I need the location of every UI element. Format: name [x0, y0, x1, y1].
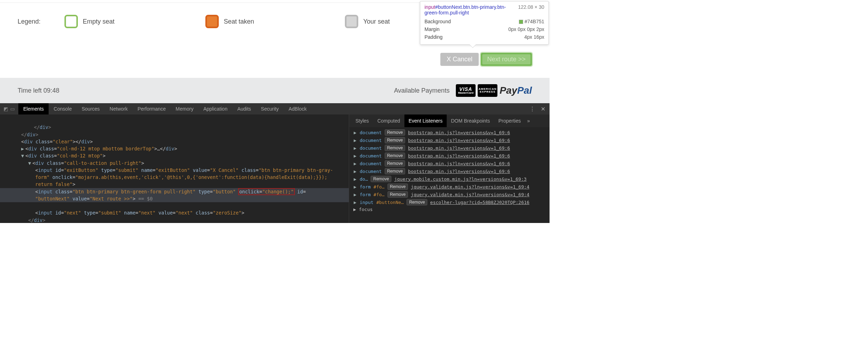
- legend-label: Legend:: [18, 18, 41, 25]
- caret-right-icon: ▶: [353, 161, 357, 166]
- listener-source-link[interactable]: bootstrap.min.js?ln=versions&v=1_69:6: [408, 145, 510, 151]
- caret-right-icon: ▶: [353, 184, 357, 190]
- remove-listener-button[interactable]: Remove: [385, 153, 405, 159]
- devtools-close-icon[interactable]: ✕: [541, 106, 545, 112]
- listener-source-link[interactable]: bootstrap.min.js?ln=versions&v=1_69:6: [408, 138, 510, 143]
- caret-right-icon: ▶: [353, 192, 357, 197]
- listener-row[interactable]: ▶documentRemovebootstrap.min.js?ln=versi…: [353, 160, 546, 167]
- caret-right-icon: ▶: [353, 138, 357, 143]
- tab-memory[interactable]: Memory: [171, 103, 199, 114]
- tab-security[interactable]: Security: [256, 103, 284, 114]
- legend-item-label: Empty seat: [83, 18, 114, 25]
- listener-row[interactable]: ▶documentRemovebootstrap.min.js?ln=versi…: [353, 167, 546, 175]
- side-tab-computed[interactable]: Computed: [373, 114, 404, 127]
- tab-network[interactable]: Network: [105, 103, 132, 114]
- tab-audits[interactable]: Audits: [232, 103, 256, 114]
- listener-row[interactable]: ▶do…Removejquery.mobile.custom.min.js?ln…: [353, 175, 546, 183]
- listener-target: input: [360, 200, 373, 205]
- devtools-tabbar: ◩ ▭ Elements Console Sources Network Per…: [0, 103, 550, 114]
- listener-source-link[interactable]: escolher-lugar?cid=58B8ZJ020TQP:2616: [430, 200, 529, 205]
- footer-bar: Time left 09:48 Available Payments VISA …: [0, 78, 550, 103]
- listener-source-link[interactable]: bootstrap.min.js?ln=versions&v=1_69:6: [408, 161, 510, 166]
- highlighted-onclick: onclick="change();": [238, 188, 294, 195]
- listener-source-link[interactable]: bootstrap.min.js?ln=versions&v=1_69:6: [408, 130, 510, 135]
- devtools-menu-icon[interactable]: ⋮: [529, 106, 535, 112]
- listener-row[interactable]: ▶documentRemovebootstrap.min.js?ln=versi…: [353, 136, 546, 144]
- caret-right-icon: ▶: [353, 207, 356, 212]
- listener-target: document: [360, 161, 382, 166]
- color-swatch-icon: [519, 20, 523, 24]
- listener-event-group[interactable]: ▶ focus: [353, 206, 546, 212]
- tab-application[interactable]: Application: [198, 103, 232, 114]
- remove-listener-button[interactable]: Remove: [385, 160, 405, 167]
- toggle-device-icon[interactable]: ▭: [10, 106, 15, 112]
- remove-listener-button[interactable]: Remove: [385, 129, 405, 136]
- listener-source-link[interactable]: jquery.validate.min.js?ln=versions&v=1_6…: [411, 192, 529, 197]
- side-tab-properties[interactable]: Properties: [494, 114, 525, 127]
- listener-source-link[interactable]: bootstrap.min.js?ln=versions&v=1_69:6: [408, 153, 510, 159]
- listener-target: form: [360, 192, 371, 197]
- listener-row[interactable]: ▶form#fo…Removejquery.validate.min.js?ln…: [353, 191, 546, 198]
- event-listeners-list[interactable]: ▶documentRemovebootstrap.min.js?ln=versi…: [349, 127, 550, 223]
- remove-listener-button[interactable]: Remove: [407, 199, 427, 205]
- listener-target: document: [360, 145, 382, 151]
- listener-row[interactable]: ▶input#buttonNe…Removeescolher-lugar?cid…: [353, 198, 546, 206]
- side-tabs-overflow-icon[interactable]: »: [525, 114, 532, 127]
- caret-right-icon: ▶: [353, 153, 357, 159]
- listener-row[interactable]: ▶documentRemovebootstrap.min.js?ln=versi…: [353, 129, 546, 136]
- cancel-button[interactable]: X Cancel: [440, 53, 479, 66]
- inspect-row-value: #74B751: [475, 18, 544, 25]
- listener-target: do…: [360, 176, 368, 182]
- selected-dom-node[interactable]: <input class="btn btn-primary btn-green-…: [0, 188, 349, 203]
- tab-sources[interactable]: Sources: [77, 103, 105, 114]
- inspect-row-label: Padding: [424, 33, 475, 41]
- listener-source-link[interactable]: bootstrap.min.js?ln=versions&v=1_69:6: [408, 169, 510, 174]
- caret-right-icon: ▶: [353, 200, 357, 205]
- available-payments-label: Available Payments: [394, 87, 450, 94]
- inspect-dimensions: 122.08 × 30: [518, 4, 544, 15]
- caret-right-icon: ▶: [353, 145, 357, 151]
- inspect-tooltip: input#buttonNext.btn.btn-primary.btn-gre…: [420, 1, 549, 45]
- listener-target: form: [360, 184, 371, 190]
- side-tab-styles[interactable]: Styles: [351, 114, 373, 127]
- inspect-row-value: 4px 16px: [475, 33, 544, 41]
- your-seat-icon: [345, 15, 358, 28]
- remove-listener-button[interactable]: Remove: [385, 168, 405, 174]
- listener-row[interactable]: ▶documentRemovebootstrap.min.js?ln=versi…: [353, 152, 546, 160]
- listener-id: #fo…: [373, 192, 384, 197]
- visa-mastercard-icon: VISA MasterCard: [456, 84, 476, 97]
- remove-listener-button[interactable]: Remove: [371, 176, 391, 182]
- tab-performance[interactable]: Performance: [132, 103, 170, 114]
- inspect-row-label: Margin: [424, 25, 475, 33]
- inspect-row-value: 0px 0px 0px 2px: [475, 25, 544, 33]
- legend-item-label: Your seat: [363, 18, 390, 25]
- devtools-panel: ◩ ▭ Elements Console Sources Network Per…: [0, 103, 550, 223]
- listener-row[interactable]: ▶documentRemovebootstrap.min.js?ln=versi…: [353, 144, 546, 152]
- listener-row[interactable]: ▶form#fo…Removejquery.validate.min.js?ln…: [353, 183, 546, 191]
- legend-your-seat: Your seat: [345, 15, 390, 28]
- side-tab-event-listeners[interactable]: Event Listeners: [404, 114, 447, 127]
- elements-tree[interactable]: </div> </div> <div class="clear"></div> …: [0, 114, 349, 223]
- listener-target: document: [360, 130, 382, 135]
- amex-icon: AMERICANEXPRESS: [478, 84, 497, 97]
- tab-adblock[interactable]: AdBlock: [284, 103, 311, 114]
- listener-source-link[interactable]: jquery.validate.min.js?ln=versions&v=1_6…: [411, 184, 529, 190]
- listener-source-link[interactable]: jquery.mobile.custom.min.js?ln=versions&…: [394, 176, 527, 182]
- inspect-element-icon[interactable]: ◩: [4, 106, 8, 112]
- sidebar-tabs: Styles Computed Event Listeners DOM Brea…: [349, 114, 550, 127]
- listener-target: document: [360, 153, 382, 159]
- side-tab-dom-breakpoints[interactable]: DOM Breakpoints: [447, 114, 494, 127]
- remove-listener-button[interactable]: Remove: [388, 191, 408, 198]
- tab-elements[interactable]: Elements: [18, 103, 49, 114]
- next-route-button[interactable]: Next route >>: [481, 53, 532, 66]
- caret-right-icon: ▶: [353, 130, 357, 135]
- empty-seat-icon: [64, 15, 78, 28]
- tab-console[interactable]: Console: [49, 103, 76, 114]
- remove-listener-button[interactable]: Remove: [385, 145, 405, 151]
- listener-id: #fo…: [373, 184, 384, 190]
- remove-listener-button[interactable]: Remove: [385, 137, 405, 143]
- legend-seat-taken: Seat taken: [205, 15, 254, 28]
- caret-right-icon: ▶: [353, 169, 357, 174]
- remove-listener-button[interactable]: Remove: [388, 184, 408, 190]
- inspect-row-label: Background: [424, 18, 475, 25]
